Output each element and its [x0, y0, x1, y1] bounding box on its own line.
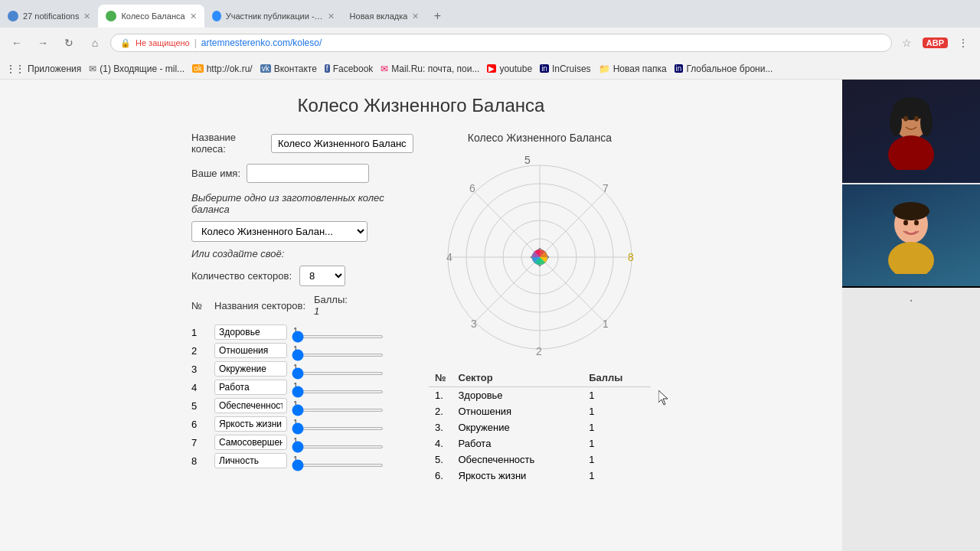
incruises-icon: in	[540, 64, 549, 73]
bookmark-incruises[interactable]: in InCruises	[540, 64, 590, 74]
sector-slider[interactable]	[292, 445, 384, 448]
sector-name-input[interactable]	[214, 343, 287, 358]
form-panel: Название колеса: Ваше имя: Выберите одно…	[191, 132, 413, 484]
sector-slider[interactable]	[292, 409, 384, 412]
your-name-input[interactable]	[247, 164, 369, 183]
address-separator: |	[194, 37, 197, 48]
sector-num: 7	[191, 437, 214, 448]
tab-close-4[interactable]: ✕	[412, 11, 419, 21]
sector-slider[interactable]	[292, 390, 384, 393]
new-tab-button[interactable]: +	[426, 5, 448, 27]
tab-new[interactable]: Новая вкладка ✕	[342, 5, 427, 28]
video-dot-indicator: ·	[842, 288, 980, 311]
chart-row-num: 6.	[429, 468, 452, 484]
bookmark-ok-label: http://ok.ru/	[207, 64, 253, 74]
col-num-header: №	[191, 300, 214, 311]
browser-chrome: 27 notifications ✕ Колесо Баланса ✕ Учас…	[0, 0, 980, 80]
bookmark-mail[interactable]: ✉ Mail.Ru: почта, пои...	[381, 64, 479, 74]
bookmark-inbox-label: (1) Входящие - mil...	[100, 64, 185, 74]
sector-slider[interactable]	[292, 335, 384, 338]
sector-slider[interactable]	[292, 427, 384, 430]
sector-row: 6 1	[191, 416, 413, 432]
bookmark-youtube[interactable]: ▶ youtube	[487, 64, 532, 74]
preset-select[interactable]: Колесо Жизненного Балан...	[191, 221, 368, 242]
chart-row-sector: Работа	[452, 435, 583, 452]
chart-title: Колесо Жизненного Баланса	[429, 132, 651, 144]
sector-row: 5 1	[191, 398, 413, 413]
tab-favicon-2	[106, 11, 116, 21]
tab-notifications[interactable]: 27 notifications ✕	[0, 5, 98, 28]
chart-row-num: 2.	[429, 403, 452, 419]
tab-favicon-1	[8, 11, 18, 21]
bookmark-folder[interactable]: 📁 Новая папка	[599, 64, 667, 74]
bookmark-inbox[interactable]: ✉ (1) Входящие - mil...	[89, 64, 185, 74]
bookmark-star-button[interactable]: ☆	[897, 32, 918, 54]
radar-svg: 5 6 7 8 1 2 3	[433, 150, 647, 364]
bookmark-ok[interactable]: ok http://ok.ru/	[192, 64, 253, 74]
video-panel: ·	[842, 80, 980, 551]
tab-koleso[interactable]: Колесо Баланса ✕	[98, 5, 204, 28]
mail-icon: ✉	[381, 64, 388, 74]
wheel-name-row: Название колеса:	[191, 132, 413, 155]
sectors-count-select[interactable]: 8 4 6 10 12	[299, 266, 345, 286]
bookmark-global[interactable]: in Глобальное брони...	[675, 64, 773, 74]
bookmark-vk[interactable]: vk Вконтакте	[260, 64, 317, 74]
sector-slider[interactable]	[292, 464, 384, 467]
svg-point-28	[903, 116, 908, 121]
back-button[interactable]: ←	[6, 32, 28, 54]
sector-name-input[interactable]	[214, 361, 287, 377]
sector-name-input[interactable]	[214, 380, 287, 395]
chart-row-score: 1	[583, 419, 651, 435]
sector-row: 7 1	[191, 435, 413, 450]
forward-button[interactable]: →	[32, 32, 54, 54]
tab-label-3: Участник публикации - Zoom	[226, 11, 323, 21]
address-bar[interactable]: 🔒 Не защищено | artemnesterenko.com/kole…	[110, 34, 892, 52]
tab-close-2[interactable]: ✕	[190, 11, 197, 21]
sector-num: 3	[191, 364, 214, 375]
svg-point-34	[903, 220, 908, 225]
chart-table-row: 4. Работа 1	[429, 435, 651, 452]
tab-close-1[interactable]: ✕	[83, 11, 90, 21]
col-name-header: Названия секторов:	[214, 300, 306, 311]
chart-row-sector: Обеспеченность	[452, 452, 583, 468]
tabs-bar: 27 notifications ✕ Колесо Баланса ✕ Учас…	[0, 0, 980, 28]
svg-line-8	[475, 192, 540, 257]
wheel-name-input[interactable]	[271, 134, 413, 153]
svg-text:6: 6	[469, 182, 475, 194]
sector-name-input[interactable]	[214, 324, 287, 340]
sector-slider-wrap: 1	[292, 418, 413, 430]
menu-button[interactable]: ⋮	[952, 32, 974, 54]
adblock-extension[interactable]: ABP	[923, 37, 948, 48]
svg-point-36	[888, 242, 934, 274]
sector-name-input[interactable]	[214, 453, 287, 468]
sector-name-input[interactable]	[214, 416, 287, 432]
tab-close-3[interactable]: ✕	[328, 11, 335, 21]
chart-data-table: № Сектор Баллы 1. Здоровье 1 2. Отношени…	[429, 369, 651, 484]
home-button[interactable]: ⌂	[84, 32, 106, 54]
sectors-count-label: Количество секторов:	[191, 270, 292, 282]
chart-row-num: 4.	[429, 435, 452, 452]
svg-text:4: 4	[446, 251, 452, 263]
svg-point-29	[914, 116, 919, 121]
col-score-header: Баллы: 1	[314, 294, 348, 317]
bookmark-facebook[interactable]: f Facebook	[325, 64, 373, 74]
facebook-icon: f	[325, 64, 330, 73]
sector-name-input[interactable]	[214, 435, 287, 450]
sector-name-input[interactable]	[214, 398, 287, 413]
chart-table-row: 6. Яркость жизни 1	[429, 468, 651, 484]
reload-button[interactable]: ↻	[58, 32, 80, 54]
chart-table-row: 5. Обеспеченность 1	[429, 452, 651, 468]
sector-row: 4 1	[191, 380, 413, 395]
sectors-list: 1 1 2 1 3 1 4 1 5 1 6	[191, 324, 413, 468]
tab-label-4: Новая вкладка	[350, 11, 408, 21]
chart-table-row: 1. Здоровье 1	[429, 387, 651, 404]
bookmark-apps[interactable]: ⋮⋮ Приложения	[6, 64, 81, 74]
sector-slider[interactable]	[292, 354, 384, 357]
svg-point-26	[890, 109, 902, 136]
tab-zoom[interactable]: Участник публикации - Zoom ✕	[204, 5, 342, 28]
sector-slider[interactable]	[292, 372, 384, 375]
tab-label-1: 27 notifications	[23, 11, 79, 21]
inbox-icon: ✉	[89, 64, 96, 74]
chart-row-score: 1	[583, 452, 651, 468]
sector-slider-wrap: 1	[292, 436, 413, 448]
